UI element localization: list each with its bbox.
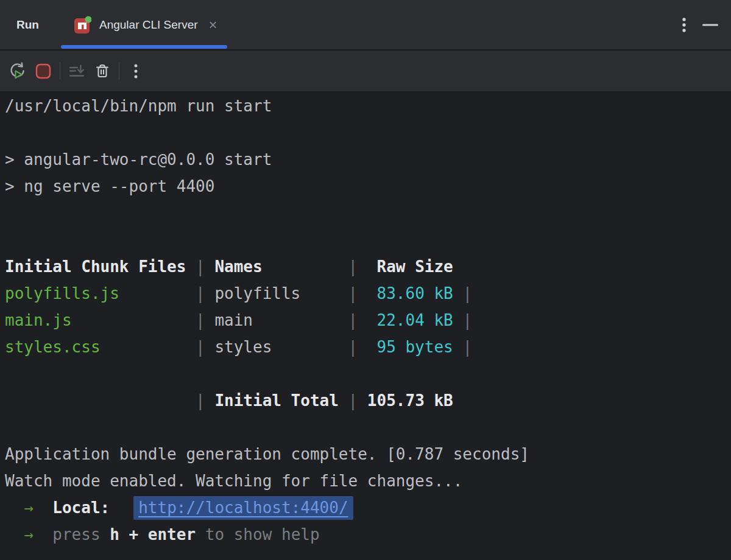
console-text: styles.css xyxy=(5,338,101,356)
console-text: h + enter xyxy=(110,525,196,544)
console-line: → press h + enter to show help xyxy=(5,521,731,548)
tab-angular-cli-server[interactable]: Angular CLI Server × xyxy=(61,0,227,49)
console-text: press xyxy=(52,525,110,544)
console-text xyxy=(5,525,24,544)
console-line xyxy=(5,226,731,253)
console-line xyxy=(5,119,731,146)
console-line: Application bundle generation complete. … xyxy=(5,441,731,467)
console-text: 95 bytes xyxy=(377,338,453,356)
tool-window-controls xyxy=(681,16,719,34)
npm-run-icon xyxy=(73,16,91,34)
close-icon[interactable]: × xyxy=(209,18,217,32)
toolbar-separator xyxy=(119,63,119,80)
console-text xyxy=(34,525,52,544)
kebab-menu-icon[interactable] xyxy=(125,61,146,82)
console-line: /usr/local/bin/npm run start xyxy=(5,93,731,119)
panel-title: Run xyxy=(16,18,39,32)
console-text: | xyxy=(272,338,376,356)
console-line: polyfills.js | polyfills | 83.60 kB | xyxy=(5,280,731,307)
console-text: main xyxy=(214,311,253,329)
console-text: Initial Chunk Files xyxy=(5,257,186,276)
console-text: | xyxy=(253,311,377,329)
console-line: > angular-two-rc@0.0.0 start xyxy=(5,146,731,173)
console-text: main.js xyxy=(5,311,72,329)
console-text: Watch mode enabled. Watching for file ch… xyxy=(5,472,462,490)
console-text: | xyxy=(72,311,215,329)
localhost-link[interactable]: http://localhost:4400/ xyxy=(133,496,353,520)
toolbar-separator xyxy=(60,63,60,80)
console-line: Initial Chunk Files | Names | Raw Size xyxy=(5,253,731,280)
arrow-icon: → xyxy=(24,499,34,517)
console-text: Local: xyxy=(52,499,110,517)
console-text: polyfills.js xyxy=(5,284,119,303)
console-text: | xyxy=(339,391,367,410)
run-toolbar xyxy=(0,51,731,91)
console-text: | xyxy=(453,311,472,329)
console-text xyxy=(34,499,52,517)
console-line xyxy=(5,414,731,441)
stop-button[interactable] xyxy=(33,61,54,82)
console-text: Application bundle generation complete. … xyxy=(5,445,529,463)
console-panel[interactable]: /usr/local/bin/npm run start> angular-tw… xyxy=(0,91,731,559)
tab-title: Angular CLI Server xyxy=(99,18,198,32)
console-line: > ng serve --port 4400 xyxy=(5,173,731,200)
console-text: Raw Size xyxy=(377,257,453,276)
console-text: 22.04 kB xyxy=(377,311,453,329)
console-text: to show help xyxy=(196,525,320,544)
active-tab-indicator xyxy=(61,45,227,49)
console-text: | xyxy=(101,338,215,356)
console-line: → Local: http://localhost:4400/ xyxy=(5,494,731,521)
console-text: 83.60 kB xyxy=(377,284,453,303)
console-text: 105.73 kB xyxy=(367,391,453,410)
minimize-icon[interactable] xyxy=(702,23,719,27)
tab-bar: Run Angular CLI Server × xyxy=(0,0,731,51)
console-text: Names xyxy=(214,257,262,276)
console-line: | Initial Total | 105.73 kB xyxy=(5,387,731,414)
console-output: /usr/local/bin/npm run start> angular-tw… xyxy=(5,93,731,548)
trash-icon[interactable] xyxy=(92,61,113,82)
console-text: styles xyxy=(214,338,272,356)
console-line: styles.css | styles | 95 bytes | xyxy=(5,334,731,360)
console-text xyxy=(5,499,24,517)
console-line: Watch mode enabled. Watching for file ch… xyxy=(5,467,731,494)
console-text: Initial Total xyxy=(214,391,339,410)
console-text: | xyxy=(186,257,214,276)
run-tool-window: Run Angular CLI Server × xyxy=(0,0,731,559)
console-text: | xyxy=(119,284,215,303)
console-text: polyfills xyxy=(214,284,300,303)
scroll-to-end-icon[interactable] xyxy=(66,61,87,82)
console-line: main.js | main | 22.04 kB | xyxy=(5,307,731,334)
console-line xyxy=(5,360,731,387)
console-text: | xyxy=(263,257,377,276)
arrow-icon: → xyxy=(24,525,34,544)
rerun-button[interactable] xyxy=(7,61,28,82)
kebab-menu-icon[interactable] xyxy=(681,16,687,34)
console-text: | xyxy=(196,391,214,410)
console-text: | xyxy=(453,338,472,356)
console-text: | xyxy=(453,284,472,303)
console-text: | xyxy=(300,284,376,303)
console-text: /usr/local/bin/npm run start xyxy=(5,97,272,115)
console-text: > ng serve --port 4400 xyxy=(5,177,214,195)
console-text xyxy=(5,391,196,410)
console-text: > angular-two-rc@0.0.0 start xyxy=(5,150,272,169)
console-line xyxy=(5,200,731,226)
